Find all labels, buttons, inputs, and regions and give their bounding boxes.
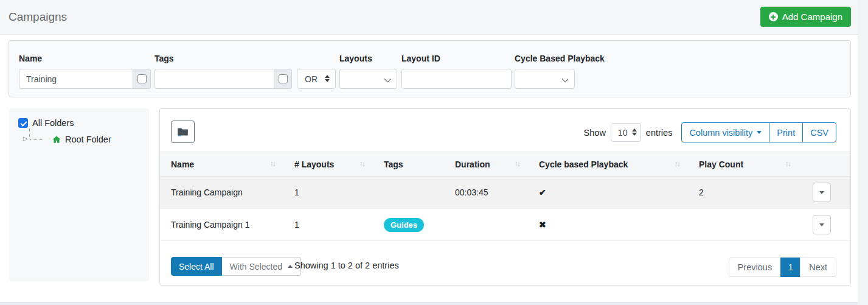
layout-id-filter-label: Layout ID	[401, 54, 512, 64]
bulk-actions-group: Select All With Selected	[171, 257, 301, 276]
tags-logic-select[interactable]: OR	[297, 69, 336, 89]
footer-strip	[0, 302, 868, 305]
name-filter-addon	[133, 69, 151, 89]
cycle-playback-cell: ✖	[528, 209, 688, 241]
tag-badge: Guides	[384, 218, 424, 232]
prev-page-button[interactable]: Previous	[729, 258, 781, 277]
row-actions-button[interactable]	[813, 215, 831, 234]
tree-connector-line	[29, 127, 30, 137]
name-filter-group: Name	[19, 54, 151, 89]
check-icon: ✔	[539, 188, 546, 197]
chevron-down-icon	[562, 76, 569, 83]
name-filter-input[interactable]	[19, 69, 133, 89]
tags-cell: Guides	[373, 209, 444, 241]
filter-panel: Name Tags OR Layouts	[9, 40, 851, 97]
all-folders-label: All Folders	[32, 118, 74, 128]
spinner-icon	[632, 128, 637, 136]
top-bar: Campaigns Add Campaign	[0, 0, 868, 35]
column-header-play-count[interactable]: ↑↓ Play Count	[688, 152, 799, 177]
print-button[interactable]: Print	[769, 122, 803, 142]
all-folders-checkbox[interactable]	[18, 118, 28, 128]
column-header-name[interactable]: ↑↓ Name	[160, 152, 283, 177]
showing-entries-text: Showing 1 to 2 of 2 entries	[294, 261, 399, 270]
caret-down-icon	[819, 191, 824, 194]
campaign-name-cell: Training Campaign 1	[160, 209, 283, 241]
csv-button[interactable]: CSV	[802, 122, 836, 142]
row-actions-button[interactable]	[813, 183, 831, 202]
pagination: Previous 1 Next	[729, 258, 836, 277]
layouts-filter-select[interactable]	[339, 69, 397, 89]
tags-filter-input[interactable]	[155, 69, 274, 89]
page-size-value: 10	[618, 128, 628, 138]
layout-id-filter-group: Layout ID	[401, 54, 512, 89]
root-folder-item[interactable]: Root Folder	[52, 135, 111, 144]
tags-filter-addon	[274, 69, 292, 89]
folder-icon	[177, 127, 189, 137]
column-label: # Layouts	[294, 160, 334, 169]
next-page-button[interactable]: Next	[800, 258, 836, 277]
export-button-group: Column visibility Print CSV	[681, 122, 836, 142]
caret-down-icon	[757, 131, 762, 134]
column-label: Cycle based Playback	[539, 160, 628, 169]
layouts-count-cell: 1	[283, 177, 373, 209]
cycle-playback-select[interactable]	[515, 69, 575, 89]
tags-filter-label: Tags	[155, 54, 292, 64]
play-count-cell	[688, 209, 799, 241]
folders-sidebar: All Folders ▷ Root Folder	[9, 108, 149, 281]
column-label: Play Count	[699, 160, 743, 169]
row-actions-cell	[799, 177, 850, 209]
caret-down-icon	[819, 223, 824, 226]
all-folders-item[interactable]: All Folders	[18, 118, 74, 128]
with-selected-button[interactable]: With Selected	[222, 257, 301, 276]
sort-icon: ↑↓	[515, 160, 520, 168]
sort-icon: ↑↓	[270, 160, 276, 168]
print-label: Print	[777, 128, 795, 138]
table-header-row: ↑↓ Name ↑↓ # Layouts Tags ↑↓ Duration	[160, 152, 850, 177]
cycle-filter-group: Cycle Based Playback	[515, 54, 605, 89]
column-header-duration[interactable]: ↑↓ Duration	[444, 152, 528, 177]
scrollbar-track[interactable]	[858, 0, 868, 305]
csv-label: CSV	[810, 128, 828, 138]
chevron-down-icon	[384, 76, 391, 83]
plus-circle-icon	[769, 12, 778, 21]
spinner-icon	[325, 75, 330, 82]
entries-label: entries	[646, 128, 673, 138]
cycle-playback-cell: ✔	[528, 177, 688, 209]
select-all-button[interactable]: Select All	[171, 257, 222, 276]
tree-connector-line	[30, 139, 43, 140]
campaign-name-cell: Training Campaign	[160, 177, 283, 209]
campaigns-table: ↑↓ Name ↑↓ # Layouts Tags ↑↓ Duration	[160, 152, 850, 241]
layouts-count-cell: 1	[283, 209, 373, 241]
cross-icon: ✖	[539, 220, 546, 230]
tags-filter-checkbox[interactable]	[279, 74, 288, 83]
table-row[interactable]: Training Campaign 1 1 Guides ✖	[160, 209, 850, 241]
tags-cell	[373, 177, 444, 209]
layout-id-input[interactable]	[401, 69, 512, 89]
add-campaign-button[interactable]: Add Campaign	[760, 7, 851, 27]
duration-cell	[444, 209, 528, 241]
column-header-cycle[interactable]: ↑↓ Cycle based Playback	[528, 152, 688, 177]
page-title: Campaigns	[9, 10, 67, 24]
tags-logic-value: OR	[305, 74, 318, 84]
column-label: Duration	[455, 160, 490, 169]
sort-icon: ↑↓	[675, 160, 680, 168]
tree-expand-icon[interactable]: ▷	[23, 135, 28, 142]
column-visibility-button[interactable]: Column visibility	[681, 122, 769, 142]
folder-toggle-button[interactable]	[171, 121, 195, 143]
layouts-filter-group: Layouts	[339, 54, 397, 89]
table-row[interactable]: Training Campaign 1 00:03:45 ✔ 2	[160, 177, 850, 209]
column-label: Name	[171, 160, 194, 169]
name-filter-label: Name	[19, 54, 151, 64]
column-header-layouts[interactable]: ↑↓ # Layouts	[283, 152, 373, 177]
duration-cell: 00:03:45	[444, 177, 528, 209]
page-size-select[interactable]: 10	[611, 123, 641, 142]
with-selected-label: With Selected	[230, 262, 282, 272]
column-header-tags: Tags	[373, 152, 444, 177]
home-icon	[52, 135, 61, 144]
page-1-button[interactable]: 1	[780, 258, 800, 277]
row-actions-cell	[799, 209, 850, 241]
tags-filter-group: Tags	[155, 54, 292, 89]
root-folder-label: Root Folder	[65, 135, 111, 144]
name-filter-checkbox[interactable]	[137, 74, 147, 83]
column-label: Tags	[384, 160, 403, 169]
